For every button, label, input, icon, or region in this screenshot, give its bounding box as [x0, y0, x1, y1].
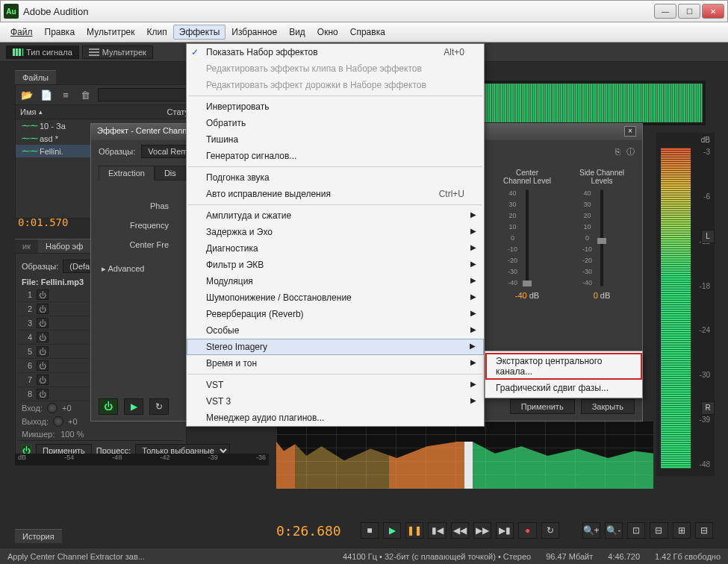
- input-gain-knob[interactable]: [47, 403, 57, 413]
- record-button[interactable]: ●: [518, 522, 536, 539]
- list-view-icon[interactable]: ≡: [59, 89, 72, 101]
- zoom-out-button[interactable]: 🔍-: [605, 522, 623, 539]
- fx-tab-extraction[interactable]: Extraction: [99, 166, 155, 181]
- slot-power-icon[interactable]: ⏻: [37, 389, 49, 399]
- menu-item[interactable]: VST 3▶: [187, 393, 484, 410]
- skip-back-button[interactable]: ▮◀: [428, 522, 446, 539]
- files-panel-tab[interactable]: Файлы: [15, 70, 56, 84]
- fx-apply-button[interactable]: Применить: [510, 399, 575, 414]
- menu-item[interactable]: Подгонка звука: [187, 169, 484, 186]
- menu-item[interactable]: Задержка и Эхо▶: [187, 224, 484, 240]
- maximize-button[interactable]: ☐: [678, 4, 700, 19]
- status-duration: 4:46.720: [608, 552, 640, 561]
- fx-field-frequency: Frequency: [102, 221, 169, 230]
- zoom-in-vert-button[interactable]: ⊞: [673, 522, 691, 539]
- effect-dialog-close-button[interactable]: ×: [624, 126, 636, 137]
- rewind-button[interactable]: ◀◀: [451, 522, 469, 539]
- slot-power-icon[interactable]: ⏻: [37, 346, 49, 357]
- fx-power-button[interactable]: ⏻: [99, 398, 118, 415]
- loop-button[interactable]: ↻: [541, 522, 559, 539]
- play-button[interactable]: ▶: [383, 522, 401, 539]
- menu-item[interactable]: Модуляция▶: [187, 273, 484, 289]
- spectral-display[interactable]: [276, 422, 653, 489]
- slot-power-icon[interactable]: ⏻: [37, 304, 49, 314]
- close-button[interactable]: ✕: [702, 4, 724, 19]
- menu-item[interactable]: Время и тон▶: [187, 355, 484, 372]
- slot-power-icon[interactable]: ⏻: [37, 375, 49, 385]
- menu-view[interactable]: Вид: [283, 25, 311, 40]
- delete-icon[interactable]: 🗑: [78, 89, 92, 101]
- waveform-icon: ⁓⁓: [22, 121, 35, 131]
- minimize-button[interactable]: —: [654, 4, 676, 19]
- status-bar: Apply Center Channel Extractor зав... 44…: [0, 548, 728, 564]
- menu-item[interactable]: ✓Показать Набор эффектовAlt+0: [187, 44, 484, 60]
- slot-power-icon[interactable]: ⏻: [37, 332, 49, 342]
- playhead-time-left: 0:01.570: [18, 216, 68, 228]
- menu-item[interactable]: Менеджер аудио плагинов...: [187, 410, 484, 426]
- fx-preset-save-icon[interactable]: ⎘: [615, 147, 620, 156]
- rack-mix-label: Микшер:: [22, 430, 55, 439]
- zoom-fit-button[interactable]: ⊡: [627, 522, 645, 539]
- menu-item[interactable]: Диагностика▶: [187, 240, 484, 257]
- menu-help[interactable]: Справка: [344, 25, 391, 40]
- menu-item[interactable]: Генератор сигналов...: [187, 148, 484, 164]
- output-gain-knob[interactable]: [53, 416, 63, 427]
- menu-effects[interactable]: Эффекты: [173, 25, 226, 40]
- menu-window[interactable]: Окно: [311, 25, 344, 40]
- status-samplerate: 44100 Гц • 32-бит (с плавающей точкой) •…: [343, 552, 531, 561]
- fx-close-button[interactable]: Закрыть: [581, 399, 635, 414]
- meter-bars: [661, 148, 691, 469]
- menu-item[interactable]: Реверберация (Reverb)▶: [187, 306, 484, 322]
- zoom-selection-button[interactable]: ⊟: [650, 522, 668, 539]
- submenu-item[interactable]: Экстрактор центрального канала...: [485, 353, 642, 380]
- search-input[interactable]: [98, 88, 189, 101]
- rack-tab[interactable]: Набор эф: [38, 239, 90, 253]
- rack-output-val: +0: [68, 417, 78, 426]
- menu-favorites[interactable]: Избранное: [225, 25, 283, 40]
- menu-item[interactable]: Особые▶: [187, 322, 484, 339]
- status-freespace: 1.42 Гб свободно: [655, 552, 721, 561]
- menu-edit[interactable]: Правка: [39, 25, 81, 40]
- forward-button[interactable]: ▶▶: [473, 522, 491, 539]
- skip-forward-button[interactable]: ▶▮: [496, 522, 514, 539]
- fx-field-phase: Phas: [102, 201, 169, 210]
- level-meter-vertical: dB -3-6-12-18-24-30-39-48 L R: [656, 133, 715, 476]
- zoom-in-button[interactable]: 🔍+: [582, 522, 600, 539]
- menu-item[interactable]: Stereo Imagery▶: [187, 339, 484, 355]
- tab-multitrack-view[interactable]: Мультитрек: [82, 46, 153, 59]
- meter-db-label: dB: [701, 136, 710, 144]
- menu-item[interactable]: Шумопонижение / Восстановление▶: [187, 289, 484, 306]
- menu-item[interactable]: Амплитуда и сжатие▶: [187, 207, 484, 224]
- menu-item[interactable]: Обратить: [187, 115, 484, 131]
- slot-power-icon[interactable]: ⏻: [37, 360, 49, 371]
- menu-item[interactable]: Тишина: [187, 131, 484, 148]
- menu-item[interactable]: VST▶: [187, 377, 484, 393]
- history-tab[interactable]: История: [15, 529, 62, 543]
- fx-info-icon[interactable]: ⓘ: [626, 146, 635, 157]
- fx-tab-discrimination[interactable]: Dis: [155, 166, 186, 181]
- zoom-out-vert-button[interactable]: ⊟: [695, 522, 713, 539]
- fx-preview-play-button[interactable]: ▶: [124, 398, 143, 415]
- submenu-item[interactable]: Графический сдвиг фазы...: [485, 380, 642, 396]
- slot-power-icon[interactable]: ⏻: [37, 289, 49, 300]
- menu-file[interactable]: Файл: [4, 25, 39, 40]
- menu-item[interactable]: Фильтр и ЭКВ▶: [187, 257, 484, 273]
- fx-slider-center-level[interactable]: Center Channel Level 403020100-10-20-30-…: [497, 169, 557, 300]
- menu-item[interactable]: Инвертировать: [187, 98, 484, 115]
- tab-waveform-view[interactable]: Тип сигнала: [6, 46, 79, 59]
- col-name[interactable]: Имя: [20, 107, 36, 116]
- menu-clip[interactable]: Клип: [141, 25, 173, 40]
- tab-label: Тип сигнала: [26, 48, 72, 57]
- file-name: Fellini.: [40, 147, 63, 156]
- open-file-icon[interactable]: 📂: [20, 89, 34, 101]
- fx-loop-button[interactable]: ↻: [149, 398, 169, 415]
- menu-item[interactable]: Авто исправление выделенияCtrl+U: [187, 186, 484, 202]
- rack-tab-hidden[interactable]: ик: [15, 239, 38, 253]
- fx-slider-side-level[interactable]: Side Channel Levels 403020100-10-20-30-4…: [572, 169, 632, 300]
- transport-bar: 0:26.680 ■ ▶ ❚❚ ▮◀ ◀◀ ▶▶ ▶▮ ● ↻ 🔍+ 🔍- ⊡ …: [276, 519, 713, 542]
- menu-multitrack[interactable]: Мультитрек: [81, 25, 140, 40]
- pause-button[interactable]: ❚❚: [405, 522, 423, 539]
- slot-power-icon[interactable]: ⏻: [37, 318, 49, 328]
- stop-button[interactable]: ■: [361, 522, 379, 539]
- import-icon[interactable]: 📄: [40, 89, 53, 101]
